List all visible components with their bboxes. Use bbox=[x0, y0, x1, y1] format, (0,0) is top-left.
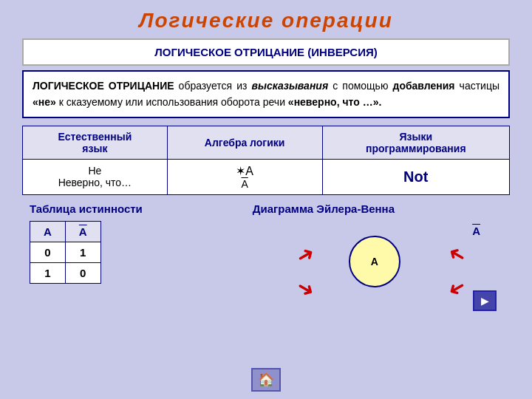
logic-table-header-1: Естественныйязык bbox=[23, 126, 168, 159]
definition-term: ЛОГИЧЕСКОЕ ОТРИЦАНИЕ bbox=[33, 80, 174, 92]
diagram-label: Диаграмма Эйлера-Венна bbox=[253, 202, 502, 215]
page-title: Логические операции bbox=[0, 0, 532, 38]
logic-table-cell-programming: Not bbox=[322, 159, 509, 194]
circle-a: A bbox=[349, 236, 400, 287]
definition-box: ЛОГИЧЕСКОЕ ОТРИЦАНИЕ образуется из выска… bbox=[22, 70, 510, 118]
definition-text1: образуется из bbox=[174, 80, 252, 92]
definition-text3: частицы bbox=[455, 80, 499, 92]
logic-table-header-2: Алгебра логики bbox=[167, 126, 322, 159]
definition-highlight2: добавления bbox=[393, 80, 455, 92]
truth-table-header-abar: A bbox=[65, 221, 100, 242]
arrow-right-up: ➜ bbox=[443, 240, 470, 270]
definition-highlight1: высказывания bbox=[252, 80, 329, 92]
arrow-left-down: ➜ bbox=[292, 273, 318, 303]
table-row: 0 1 bbox=[30, 242, 101, 262]
truth-table-header-a: A bbox=[30, 221, 66, 242]
play-button[interactable]: ▶ bbox=[473, 290, 497, 311]
arrow-right-down: ➜ bbox=[443, 273, 470, 303]
definition-highlight4: «неверно, что …». bbox=[288, 96, 382, 108]
table-row: 1 0 bbox=[30, 262, 101, 283]
truth-table-cell-a1: 1 bbox=[30, 262, 66, 283]
euler-venn-diagram: A A ➜ ➜ ➜ ➜ ▶ bbox=[253, 221, 502, 317]
logic-table-header-3: Языкипрограммирования bbox=[322, 126, 509, 159]
section-header: ЛОГИЧЕСКОЕ ОТРИЦАНИЕ (ИНВЕРСИЯ) bbox=[22, 38, 510, 66]
home-button[interactable]: 🏠 bbox=[251, 368, 281, 392]
definition-text4: к сказуемому или использования оборота р… bbox=[56, 96, 288, 108]
logic-table-cell-natural: НеНеверно, что… bbox=[23, 159, 168, 194]
truth-table-label: Таблица истинности bbox=[30, 202, 238, 215]
truth-table-cell-abar0: 1 bbox=[65, 242, 100, 262]
arrow-left-up: ➜ bbox=[292, 240, 318, 270]
truth-table-cell-a0: 0 bbox=[30, 242, 66, 262]
diagram-abar-label: A bbox=[472, 225, 480, 238]
logic-table-cell-algebra: ✶A A bbox=[167, 159, 322, 194]
definition-text2: с помощью bbox=[328, 80, 392, 92]
truth-table-cell-abar1: 0 bbox=[65, 262, 100, 283]
definition-highlight3: «не» bbox=[33, 96, 56, 108]
truth-table: A A 0 1 1 0 bbox=[30, 221, 101, 284]
logic-table: Естественныйязык Алгебра логики Языкипро… bbox=[22, 126, 510, 195]
